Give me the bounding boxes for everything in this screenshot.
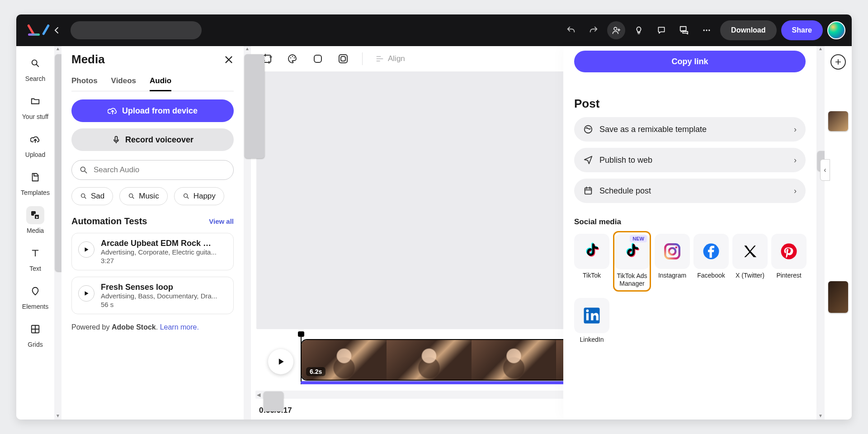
social-facebook[interactable]: Facebook xyxy=(693,231,729,292)
copy-link-button[interactable]: Copy link xyxy=(574,51,806,72)
svg-point-12 xyxy=(129,194,133,198)
row-publish[interactable]: Publish to web › xyxy=(574,148,806,172)
tool-shape[interactable] xyxy=(311,52,324,65)
chevron-right-icon: › xyxy=(794,186,797,196)
rail-elements[interactable]: Elements xyxy=(16,282,54,310)
social-instagram[interactable]: Instagram xyxy=(655,231,690,292)
svg-point-0 xyxy=(614,27,617,30)
play-button[interactable] xyxy=(78,285,94,302)
page-thumb[interactable] xyxy=(828,281,848,313)
svg-point-1 xyxy=(703,29,705,31)
svg-point-17 xyxy=(290,57,291,58)
download-button[interactable]: Download xyxy=(720,20,776,40)
media-tabs: Photos Videos Audio xyxy=(71,74,234,91)
social-tiktok-ads[interactable]: NEW TikTok Ads Manager xyxy=(613,231,651,292)
social-pinterest[interactable]: Pinterest xyxy=(771,231,807,292)
calendar-icon xyxy=(583,186,593,196)
tab-videos[interactable]: Videos xyxy=(111,74,136,91)
svg-rect-26 xyxy=(585,188,592,194)
rail-search[interactable]: Search xyxy=(16,54,54,82)
tool-color[interactable] xyxy=(286,52,299,65)
svg-point-25 xyxy=(585,126,592,133)
audio-search-input[interactable] xyxy=(93,165,226,175)
rail-grids[interactable]: Grids xyxy=(16,320,54,348)
scrollbar[interactable]: ▲ xyxy=(244,46,251,420)
rail-templates[interactable]: Templates xyxy=(16,168,54,196)
chevron-right-icon: › xyxy=(794,156,797,165)
tool-mask[interactable] xyxy=(337,52,349,65)
share-button[interactable]: Share xyxy=(781,20,823,40)
media-panel: Media Photos Videos Audio Upload from de… xyxy=(61,46,244,420)
search-icon xyxy=(30,58,40,68)
chip-sad[interactable]: Sad xyxy=(71,187,113,205)
comment-button[interactable] xyxy=(652,21,670,39)
panel-title: Media xyxy=(71,52,105,66)
svg-rect-27 xyxy=(665,244,679,259)
send-icon xyxy=(583,155,593,165)
lightbulb-icon xyxy=(634,26,643,35)
more-button[interactable] xyxy=(698,21,716,39)
mask-icon xyxy=(338,53,349,64)
social-grid: TikTok NEW TikTok Ads Manager Instagram … xyxy=(574,231,806,346)
social-media-title: Social media xyxy=(574,217,806,226)
text-icon xyxy=(30,248,40,258)
redo-button[interactable] xyxy=(585,21,603,39)
rail-your-stuff[interactable]: Your stuff xyxy=(16,92,54,120)
rail-upload[interactable]: Upload xyxy=(16,130,54,158)
learn-more-link[interactable]: Learn more. xyxy=(160,323,199,331)
svg-marker-15 xyxy=(85,291,89,295)
page-thumb[interactable] xyxy=(828,111,848,131)
app-logo xyxy=(27,24,41,37)
search-icon xyxy=(128,193,135,200)
row-remix[interactable]: Save as a remixable template › xyxy=(574,117,806,142)
back-button[interactable] xyxy=(48,21,66,39)
svg-point-18 xyxy=(292,56,293,57)
invite-button[interactable] xyxy=(607,21,625,39)
scrollbar[interactable]: ▲ ▼ xyxy=(816,46,825,420)
help-button[interactable] xyxy=(630,21,648,39)
view-all-link[interactable]: View all xyxy=(209,217,234,225)
close-panel-button[interactable] xyxy=(224,55,234,65)
record-voiceover-button[interactable]: Record voiceover xyxy=(71,128,234,151)
chip-music[interactable]: Music xyxy=(119,187,167,205)
redo-icon xyxy=(589,25,599,35)
svg-point-28 xyxy=(669,248,676,255)
linkedin-icon xyxy=(582,306,601,325)
chip-happy[interactable]: Happy xyxy=(174,187,224,205)
comments-button[interactable] xyxy=(675,21,693,39)
svg-rect-33 xyxy=(586,313,589,320)
tool-align[interactable]: Align xyxy=(375,54,405,63)
chevron-left-icon xyxy=(53,27,61,34)
media-icon xyxy=(30,210,41,221)
audio-card[interactable]: Fresh Senses loop Advertising, Bass, Doc… xyxy=(71,277,234,314)
social-tiktok[interactable]: TikTok xyxy=(574,231,609,292)
avatar[interactable] xyxy=(827,21,845,39)
powered-by: Powered by Adobe Stock. Learn more. xyxy=(71,323,234,331)
audio-card[interactable]: Arcade Upbeat EDM Rock - L... Advertisin… xyxy=(71,233,234,270)
tiktok-icon xyxy=(583,242,601,260)
rail-text[interactable]: Text xyxy=(16,244,54,272)
svg-point-3 xyxy=(708,29,710,31)
audio-search[interactable] xyxy=(71,160,234,180)
play-icon xyxy=(276,357,285,366)
tab-photos[interactable]: Photos xyxy=(71,74,98,91)
play-icon xyxy=(83,290,90,297)
play-button[interactable] xyxy=(78,241,94,258)
svg-point-2 xyxy=(706,29,707,31)
topbar-search[interactable] xyxy=(71,21,202,39)
expand-rail-button[interactable]: ‹ xyxy=(820,159,830,181)
search-icon xyxy=(183,193,190,200)
comment-icon xyxy=(657,26,666,35)
play-fab[interactable] xyxy=(268,349,293,374)
scrollbar[interactable]: ▲ ▼ xyxy=(54,46,61,420)
social-x[interactable]: X (Twitter) xyxy=(732,231,768,292)
grids-icon xyxy=(30,324,40,334)
elements-icon xyxy=(30,286,40,296)
social-linkedin[interactable]: LinkedIn xyxy=(574,295,609,346)
undo-button[interactable] xyxy=(562,21,580,39)
rail-media[interactable]: Media xyxy=(16,206,54,234)
upload-device-button[interactable]: Upload from device xyxy=(71,99,234,122)
row-schedule[interactable]: Schedule post › xyxy=(574,179,806,203)
tab-audio[interactable]: Audio xyxy=(150,74,171,91)
add-page-button[interactable] xyxy=(830,54,846,70)
